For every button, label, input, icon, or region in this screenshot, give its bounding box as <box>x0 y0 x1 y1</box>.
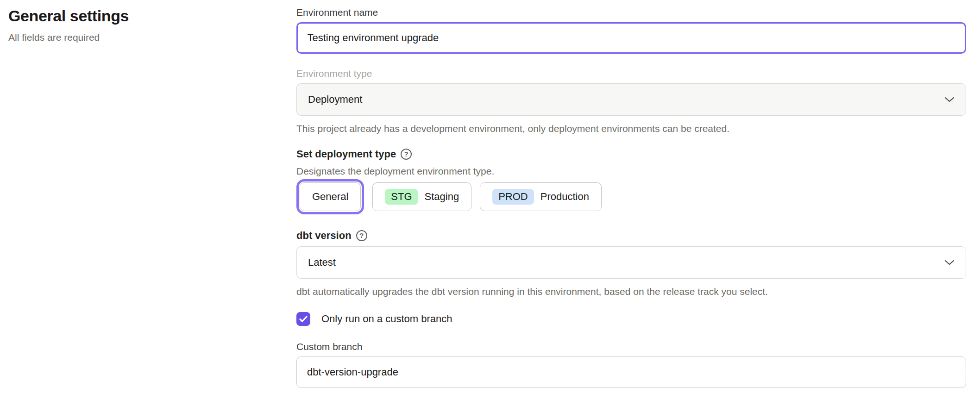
deployment-type-production-label: Production <box>540 191 589 203</box>
chevron-down-icon <box>944 96 955 103</box>
environment-type-select[interactable]: Deployment <box>296 83 966 116</box>
deployment-type-staging-button[interactable]: STG Staging <box>372 182 471 211</box>
deployment-type-production-button[interactable]: PROD Production <box>480 182 602 211</box>
deployment-type-options: General STG Staging PROD Production <box>296 182 966 211</box>
chevron-down-icon <box>944 259 955 266</box>
help-icon[interactable]: ? <box>356 230 367 241</box>
stg-badge: STG <box>385 189 418 205</box>
page-title: General settings <box>8 6 268 26</box>
environment-name-label: Environment name <box>296 6 966 19</box>
settings-form: Environment name Environment type Deploy… <box>296 6 966 388</box>
page-subtitle: All fields are required <box>8 31 268 44</box>
custom-branch-checkbox[interactable] <box>296 312 310 326</box>
environment-type-helper: This project already has a development e… <box>296 122 966 135</box>
environment-settings-page: General settings All fields are required… <box>0 0 980 400</box>
environment-name-input[interactable] <box>296 22 966 54</box>
deployment-type-description: Designates the deployment environment ty… <box>296 165 966 178</box>
dbt-version-select[interactable]: Latest <box>296 246 966 279</box>
custom-branch-input[interactable] <box>296 356 966 388</box>
custom-branch-checkbox-label[interactable]: Only run on a custom branch <box>321 313 452 325</box>
dbt-version-value: Latest <box>308 256 336 269</box>
deployment-type-general-label: General <box>312 191 348 203</box>
help-icon[interactable]: ? <box>401 149 412 160</box>
custom-branch-label: Custom branch <box>296 341 966 353</box>
prod-badge: PROD <box>492 189 534 205</box>
dbt-version-helper: dbt automatically upgrades the dbt versi… <box>296 285 966 298</box>
settings-header: General settings All fields are required <box>8 6 268 44</box>
check-icon <box>299 316 308 322</box>
dbt-version-label: dbt version ? <box>296 229 966 243</box>
custom-branch-checkbox-row: Only run on a custom branch <box>296 312 966 326</box>
deployment-type-staging-label: Staging <box>425 191 459 203</box>
deployment-type-label: Set deployment type ? <box>296 147 966 161</box>
deployment-type-general-button[interactable]: General <box>300 182 361 211</box>
environment-type-value: Deployment <box>308 94 362 106</box>
environment-type-label: Environment type <box>296 68 966 80</box>
